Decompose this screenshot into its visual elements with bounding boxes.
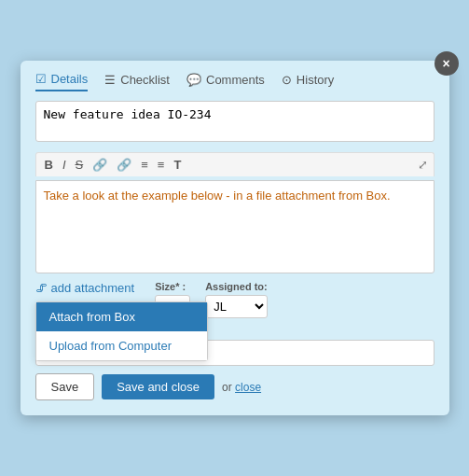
link1-button[interactable]: 🔗: [90, 157, 110, 173]
list2-button[interactable]: ≡: [155, 157, 168, 173]
italic-button[interactable]: I: [60, 157, 69, 173]
checklist-icon: ☰: [104, 73, 116, 87]
attachment-dropdown: Attach from Box Upload from Computer: [35, 301, 208, 361]
details-icon: ☑: [35, 72, 47, 86]
modal-container: × ☑ Details ☰ Checklist 💬 Comments ⊙ His…: [21, 61, 449, 415]
or-text: or close: [222, 381, 261, 394]
add-attachment-link[interactable]: 🖇 add attachment: [35, 281, 135, 295]
inline-fields: 🖇 add attachment Attach from Box Upload …: [35, 281, 435, 318]
editor-toolbar: B I S 🔗 🔗 ≡ ≡ T ⤢: [35, 152, 435, 176]
attach-from-box-item[interactable]: Attach from Box: [36, 302, 207, 331]
tab-comments[interactable]: 💬 Comments: [186, 72, 265, 91]
tab-history-label: History: [297, 73, 334, 87]
assigned-label: Assigned to:: [205, 281, 268, 292]
comments-icon: 💬: [186, 73, 201, 87]
tab-details-label: Details: [51, 72, 89, 86]
add-attachment-label: add attachment: [51, 281, 135, 295]
tab-bar: ☑ Details ☰ Checklist 💬 Comments ⊙ Histo…: [35, 72, 435, 91]
assigned-select[interactable]: JL AB CD: [205, 295, 268, 318]
attachment-section: 🖇 add attachment Attach from Box Upload …: [35, 281, 135, 295]
save-close-button[interactable]: Save and close: [102, 374, 214, 399]
history-icon: ⊙: [282, 73, 292, 87]
title-input[interactable]: New feature idea IO-234: [35, 101, 435, 142]
tab-checklist[interactable]: ☰ Checklist: [104, 72, 170, 91]
save-button[interactable]: Save: [35, 373, 95, 400]
upload-from-computer-item[interactable]: Upload from Computer: [36, 331, 207, 360]
tab-details[interactable]: ☑ Details: [35, 72, 89, 91]
editor-area[interactable]: Take a look at the example below - in a …: [35, 180, 435, 273]
attachment-icon: 🖇: [35, 281, 48, 295]
or-label: or: [222, 381, 232, 394]
strikethrough-button[interactable]: S: [73, 157, 87, 173]
expand-button[interactable]: ⤢: [418, 158, 428, 172]
tab-history[interactable]: ⊙ History: [282, 72, 334, 91]
assigned-field-group: Assigned to: JL AB CD: [205, 281, 268, 318]
close-button[interactable]: ×: [435, 51, 459, 76]
close-link[interactable]: close: [235, 381, 261, 394]
bold-button[interactable]: B: [42, 157, 56, 173]
button-row: Save Save and close or close: [35, 373, 435, 400]
size-label: Size* :: [155, 281, 190, 292]
editor-content: Take a look at the example below - in a …: [44, 189, 391, 203]
list1-button[interactable]: ≡: [138, 157, 151, 173]
link2-button[interactable]: 🔗: [114, 157, 134, 173]
tab-checklist-label: Checklist: [120, 73, 170, 87]
tab-comments-label: Comments: [206, 73, 265, 87]
format-button[interactable]: T: [171, 157, 184, 173]
